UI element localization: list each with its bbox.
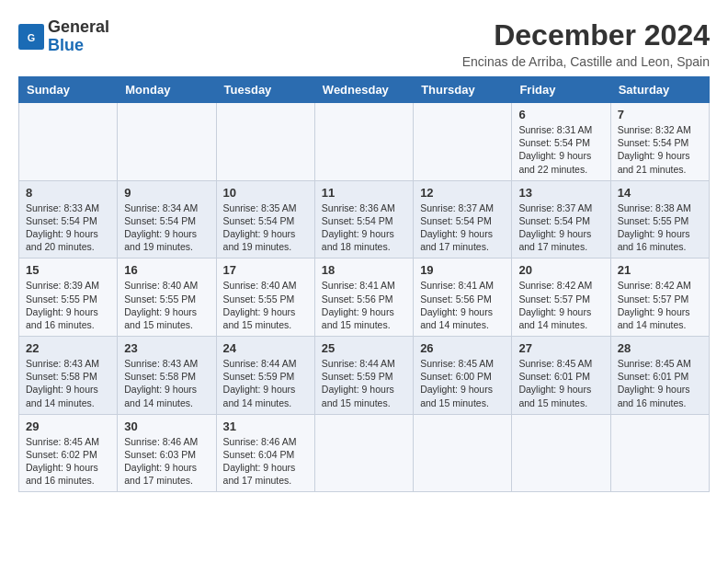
sunrise-text: Sunrise: 8:42 AM [618, 279, 702, 292]
header-day-tuesday: Tuesday [216, 77, 314, 103]
sunrise-text: Sunrise: 8:44 AM [322, 357, 406, 370]
month-year-title: December 2024 [462, 18, 710, 52]
sunset-text: Sunset: 5:55 PM [26, 293, 110, 305]
daylight-text: Daylight: 9 hours and 15 minutes. [420, 383, 505, 408]
day-number: 28 [618, 341, 702, 355]
sunset-text: Sunset: 5:59 PM [223, 370, 308, 383]
header-day-saturday: Saturday [610, 77, 709, 103]
calendar-cell: 30Sunrise: 8:46 AMSunset: 6:03 PMDayligh… [118, 414, 216, 492]
day-number: 27 [518, 341, 603, 355]
daylight-text: Daylight: 9 hours and 19 minutes. [124, 227, 209, 253]
day-number: 24 [223, 341, 308, 355]
sunrise-text: Sunrise: 8:40 AM [124, 279, 209, 292]
day-number: 16 [124, 263, 209, 277]
empty-cell [414, 414, 512, 492]
title-area: December 2024 Encinas de Arriba, Castill… [462, 18, 710, 69]
calendar-cell: 15Sunrise: 8:39 AMSunset: 5:55 PMDayligh… [19, 259, 118, 337]
day-number: 10 [223, 186, 308, 200]
day-number: 21 [618, 263, 702, 277]
day-number: 6 [518, 108, 603, 121]
day-number: 26 [420, 341, 505, 355]
daylight-text: Daylight: 9 hours and 21 minutes. [618, 149, 702, 175]
sunset-text: Sunset: 5:58 PM [124, 370, 209, 383]
empty-cell [314, 103, 413, 181]
calendar-table: SundayMondayTuesdayWednesdayThursdayFrid… [18, 76, 710, 492]
daylight-text: Daylight: 9 hours and 16 minutes. [26, 461, 110, 487]
daylight-text: Daylight: 9 hours and 17 minutes. [420, 227, 505, 253]
daylight-text: Daylight: 9 hours and 17 minutes. [223, 461, 308, 487]
day-number: 29 [26, 419, 110, 433]
sunset-text: Sunset: 6:03 PM [124, 448, 209, 461]
calendar-cell: 24Sunrise: 8:44 AMSunset: 5:59 PMDayligh… [216, 337, 314, 415]
calendar-week-row: 22Sunrise: 8:43 AMSunset: 5:58 PMDayligh… [19, 337, 710, 415]
sunset-text: Sunset: 5:54 PM [420, 214, 505, 227]
calendar-cell: 21Sunrise: 8:42 AMSunset: 5:57 PMDayligh… [610, 259, 709, 337]
day-number: 31 [223, 419, 308, 433]
calendar-cell: 19Sunrise: 8:41 AMSunset: 5:56 PMDayligh… [414, 259, 512, 337]
sunrise-text: Sunrise: 8:43 AM [26, 357, 110, 370]
daylight-text: Daylight: 9 hours and 14 minutes. [420, 305, 505, 331]
sunrise-text: Sunrise: 8:42 AM [518, 279, 603, 292]
daylight-text: Daylight: 9 hours and 15 minutes. [124, 305, 209, 331]
day-number: 17 [223, 263, 308, 277]
sunset-text: Sunset: 5:55 PM [124, 293, 209, 305]
logo: G GeneralBlue [18, 18, 109, 55]
daylight-text: Daylight: 9 hours and 14 minutes. [26, 383, 110, 408]
day-number: 11 [322, 186, 406, 200]
sunset-text: Sunset: 5:54 PM [518, 214, 603, 227]
calendar-cell: 31Sunrise: 8:46 AMSunset: 6:04 PMDayligh… [216, 414, 314, 492]
sunrise-text: Sunrise: 8:32 AM [618, 123, 702, 136]
daylight-text: Daylight: 9 hours and 15 minutes. [322, 305, 406, 331]
daylight-text: Daylight: 9 hours and 16 minutes. [618, 227, 702, 253]
location-subtitle: Encinas de Arriba, Castille and Leon, Sp… [462, 54, 710, 69]
sunrise-text: Sunrise: 8:40 AM [223, 279, 308, 292]
day-number: 18 [322, 263, 406, 277]
header-day-wednesday: Wednesday [314, 77, 413, 103]
sunrise-text: Sunrise: 8:43 AM [124, 357, 209, 370]
empty-cell [610, 414, 709, 492]
calendar-cell: 6Sunrise: 8:31 AMSunset: 5:54 PMDaylight… [512, 103, 610, 181]
daylight-text: Daylight: 9 hours and 18 minutes. [322, 227, 406, 253]
page-header: G GeneralBlue December 2024 Encinas de A… [18, 18, 710, 69]
sunrise-text: Sunrise: 8:34 AM [124, 201, 209, 214]
sunset-text: Sunset: 5:57 PM [618, 293, 702, 305]
sunrise-text: Sunrise: 8:36 AM [322, 201, 406, 214]
sunset-text: Sunset: 5:59 PM [322, 370, 406, 383]
sunrise-text: Sunrise: 8:45 AM [518, 357, 603, 370]
header-day-friday: Friday [512, 77, 610, 103]
sunset-text: Sunset: 6:04 PM [223, 448, 308, 461]
sunrise-text: Sunrise: 8:37 AM [518, 201, 603, 214]
daylight-text: Daylight: 9 hours and 15 minutes. [223, 305, 308, 331]
calendar-cell: 14Sunrise: 8:38 AMSunset: 5:55 PMDayligh… [610, 180, 709, 259]
calendar-cell: 12Sunrise: 8:37 AMSunset: 5:54 PMDayligh… [414, 180, 512, 259]
day-number: 7 [618, 108, 702, 121]
empty-cell [414, 103, 512, 181]
daylight-text: Daylight: 9 hours and 16 minutes. [618, 383, 702, 408]
day-number: 30 [124, 419, 209, 433]
header-row: SundayMondayTuesdayWednesdayThursdayFrid… [19, 77, 710, 103]
sunset-text: Sunset: 5:55 PM [618, 214, 702, 227]
daylight-text: Daylight: 9 hours and 15 minutes. [322, 383, 406, 408]
daylight-text: Daylight: 9 hours and 15 minutes. [518, 383, 603, 408]
sunrise-text: Sunrise: 8:38 AM [618, 201, 702, 214]
sunset-text: Sunset: 6:00 PM [420, 370, 505, 383]
calendar-cell: 16Sunrise: 8:40 AMSunset: 5:55 PMDayligh… [118, 259, 216, 337]
daylight-text: Daylight: 9 hours and 14 minutes. [124, 383, 209, 408]
day-number: 25 [322, 341, 406, 355]
sunset-text: Sunset: 5:54 PM [618, 136, 702, 149]
sunrise-text: Sunrise: 8:33 AM [26, 201, 110, 214]
day-number: 13 [518, 186, 603, 200]
calendar-cell: 20Sunrise: 8:42 AMSunset: 5:57 PMDayligh… [512, 259, 610, 337]
logo-icon: G [18, 24, 44, 50]
sunset-text: Sunset: 6:01 PM [618, 370, 702, 383]
day-number: 22 [26, 341, 110, 355]
sunrise-text: Sunrise: 8:45 AM [618, 357, 702, 370]
calendar-cell: 23Sunrise: 8:43 AMSunset: 5:58 PMDayligh… [118, 337, 216, 415]
calendar-cell: 22Sunrise: 8:43 AMSunset: 5:58 PMDayligh… [19, 337, 118, 415]
sunset-text: Sunset: 5:54 PM [223, 214, 308, 227]
logo-text: GeneralBlue [48, 18, 109, 55]
sunrise-text: Sunrise: 8:37 AM [420, 201, 505, 214]
daylight-text: Daylight: 9 hours and 19 minutes. [223, 227, 308, 253]
sunrise-text: Sunrise: 8:35 AM [223, 201, 308, 214]
empty-cell [19, 103, 118, 181]
